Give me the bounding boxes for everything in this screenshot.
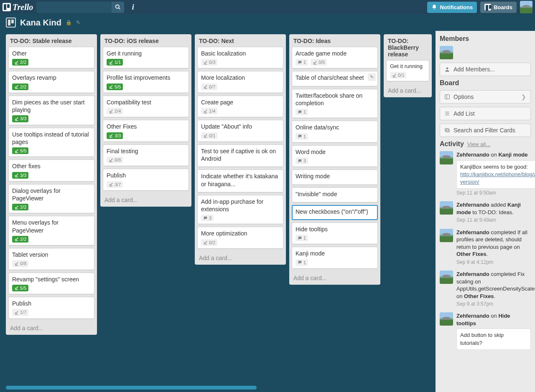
info-button[interactable]: i (127, 2, 138, 13)
card[interactable]: Get it running 1/1 (103, 47, 189, 68)
card-title: Use tooltips instead of tutorial pages (12, 131, 91, 146)
activity-avatar[interactable] (440, 312, 453, 326)
add-card-link[interactable]: Add a card... (6, 321, 97, 335)
trello-logo[interactable]: Trello (3, 3, 33, 12)
comment-badge: 3 (201, 215, 214, 221)
add-card-link[interactable]: Add a card... (100, 193, 191, 207)
card[interactable]: Publish 3/7 (103, 169, 189, 190)
list-title[interactable]: TO-DO: Stable release (6, 34, 97, 47)
checklist-badge: 2/2 (12, 59, 28, 66)
lock-icon[interactable]: 🔒 (66, 20, 72, 25)
member-avatar[interactable] (440, 46, 453, 59)
comment-badge: 3 (296, 157, 308, 164)
checklist-badge: 5/5 (12, 285, 28, 291)
options-button[interactable]: Options ❯ (440, 90, 531, 104)
card[interactable]: Use tooltips instead of tutorial pages 5… (8, 128, 94, 157)
card[interactable]: New checkboxes ("on"/"off") (292, 205, 378, 220)
card[interactable]: Word mode 3 (292, 145, 378, 167)
activity-list: Zehfernando on Kanji modeKanjiBox seems … (440, 151, 531, 350)
list-title[interactable]: TO-DO: BlackBerry release (384, 34, 432, 60)
card[interactable]: More localization 0/7 (197, 71, 283, 93)
checklist-badge: 1/7 (12, 309, 28, 316)
checklist-badge: 2/2 (12, 204, 28, 210)
card[interactable]: Arcade game mode 1 0/5 (292, 47, 378, 68)
list: TO-DO: Stable releaseOther 2/2Overlays r… (6, 34, 97, 335)
comment-badge: 1 (296, 133, 308, 140)
card[interactable]: Update "About" info 0/1 (197, 120, 283, 142)
card-title: Get it running (107, 50, 185, 57)
card[interactable]: Revamp "settings" screen 5/5 (8, 273, 94, 294)
card[interactable]: Create page 1/4 (197, 96, 283, 117)
card[interactable]: Overlays revamp 2/2 (8, 71, 94, 93)
card[interactable]: Writing mode (292, 169, 378, 185)
card-title: Indicate whether it's katakana or hiraga… (201, 172, 280, 187)
list-title[interactable]: TO-DO: Next (195, 34, 286, 47)
search-button[interactable] (112, 2, 124, 13)
card[interactable]: Kanji mode 1 (292, 247, 378, 268)
card-title: Word mode (296, 148, 374, 156)
lists-container: TO-DO: Stable releaseOther 2/2Overlays r… (0, 31, 436, 392)
main: TO-DO: Stable releaseOther 2/2Overlays r… (0, 31, 535, 392)
comment-badge: 1 (296, 235, 308, 241)
activity-avatar[interactable] (440, 271, 453, 284)
card[interactable]: Dim pieces as the user start playing 3/3 (8, 96, 94, 125)
card[interactable]: Test to see if captive is ok on Android (197, 144, 283, 167)
card[interactable]: Hide tooltips 1 (292, 223, 378, 244)
list-title[interactable]: TO-DO: iOS release (100, 34, 191, 47)
card[interactable]: Other fixes 3/3 (8, 159, 94, 181)
checklist-badge: 2/2 (12, 83, 28, 90)
card[interactable]: Tablet version 0/8 (8, 248, 94, 270)
boards-button[interactable]: Boards (480, 2, 517, 13)
list-title[interactable]: TO-DO: Ideas (289, 34, 380, 47)
card[interactable]: Dialog overlays for PageViewer 2/2 (8, 184, 94, 214)
card[interactable]: More optimization 0/2 (197, 227, 283, 248)
card[interactable]: Other Fixes 3/3 (103, 120, 189, 142)
board-section-heading: Board (440, 79, 531, 87)
app-name: Trello (13, 3, 33, 12)
card-title: Menu overlays for PageViewer (12, 219, 91, 234)
user-avatar[interactable] (520, 1, 532, 13)
card-title: Profile list improvements (107, 74, 185, 81)
card[interactable]: Compatibility test 2/4 (103, 96, 189, 117)
search-filter-button[interactable]: Search and Filter Cards (440, 124, 531, 137)
members-heading: Members (440, 35, 531, 43)
add-list-button[interactable]: Add List (440, 107, 531, 120)
checklist-badge: 0/8 (107, 157, 123, 163)
activity-avatar[interactable] (440, 151, 453, 164)
search-input[interactable] (36, 2, 124, 13)
activity-heading: Activity (440, 140, 464, 148)
card[interactable]: Final testing 0/8 (103, 144, 189, 166)
card-badges: 1/7 (12, 309, 91, 316)
add-card-link[interactable]: Add a card... (195, 251, 286, 265)
person-icon (444, 66, 450, 72)
comment-badge: 1 (296, 109, 308, 115)
card[interactable]: Indicate whether it's katakana or hiraga… (197, 169, 283, 192)
boards-icon (484, 4, 491, 10)
card[interactable]: Basic localization 0/3 (197, 47, 283, 68)
card[interactable]: Other 2/2 (8, 47, 94, 68)
activity-avatar[interactable] (440, 229, 453, 242)
card[interactable]: Menu overlays for PageViewer 2/2 (8, 216, 94, 245)
card[interactable]: Get it running 0/1 (386, 60, 429, 81)
card-badges: 1 (296, 133, 374, 140)
activity-item: Zehfernando added Kanji mode to TO-DO: I… (440, 201, 531, 223)
card[interactable]: Publish 1/7 (8, 297, 94, 319)
activity-avatar[interactable] (440, 201, 453, 215)
card-title: Hide tooltips (296, 225, 374, 233)
add-card-link[interactable]: Add a card... (384, 84, 432, 97)
activity-body: Zehfernando completed If all profiles ar… (456, 229, 531, 266)
edit-board-icon[interactable]: ✎ (76, 20, 80, 25)
card[interactable]: Online data/sync 1 (292, 121, 378, 142)
list: TO-DO: BlackBerry releaseGet it running … (384, 34, 432, 97)
add-card-link[interactable]: Add a card... (289, 271, 380, 285)
card[interactable]: Profile list improvements 5/5 (103, 71, 189, 93)
card[interactable]: Twitter/facebook share on completion 1 (292, 89, 378, 119)
horizontal-scrollbar-thumb[interactable] (6, 386, 257, 389)
card[interactable]: "Invisible" mode (292, 187, 378, 202)
activity-body: Zehfernando on Hide tooltipsAdd button t… (456, 312, 531, 349)
add-members-button[interactable]: Add Members... (440, 63, 531, 76)
notifications-button[interactable]: Notifications (427, 2, 477, 13)
view-all-link[interactable]: View all... (467, 141, 490, 147)
card[interactable]: Add in-app purchase for extensions 3 (197, 195, 283, 225)
card[interactable]: Table of chars/cheat sheet (292, 71, 378, 86)
